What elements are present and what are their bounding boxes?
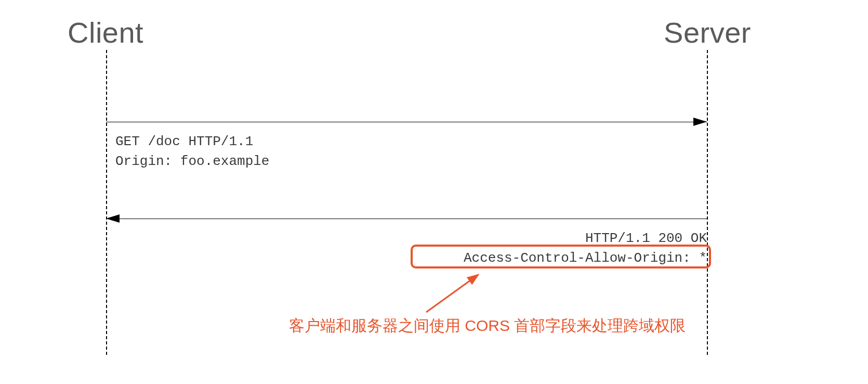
client-label: Client	[68, 16, 143, 49]
server-lifeline	[707, 50, 708, 355]
server-label: Server	[664, 16, 751, 49]
arrowhead-left-icon	[106, 214, 120, 223]
annotation-text: 客户端和服务器之间使用 CORS 首部字段来处理跨域权限	[289, 315, 686, 337]
request-arrow	[106, 122, 707, 122]
request-line-1: GET /doc HTTP/1.1	[115, 132, 269, 152]
annotation-arrow-icon	[421, 271, 489, 317]
request-message: GET /doc HTTP/1.1 Origin: foo.example	[115, 132, 269, 171]
response-arrow	[106, 219, 707, 219]
request-line-2: Origin: foo.example	[115, 152, 269, 172]
arrowhead-right-icon	[693, 118, 707, 126]
cors-header-highlight	[411, 245, 711, 268]
client-lifeline	[106, 50, 107, 355]
